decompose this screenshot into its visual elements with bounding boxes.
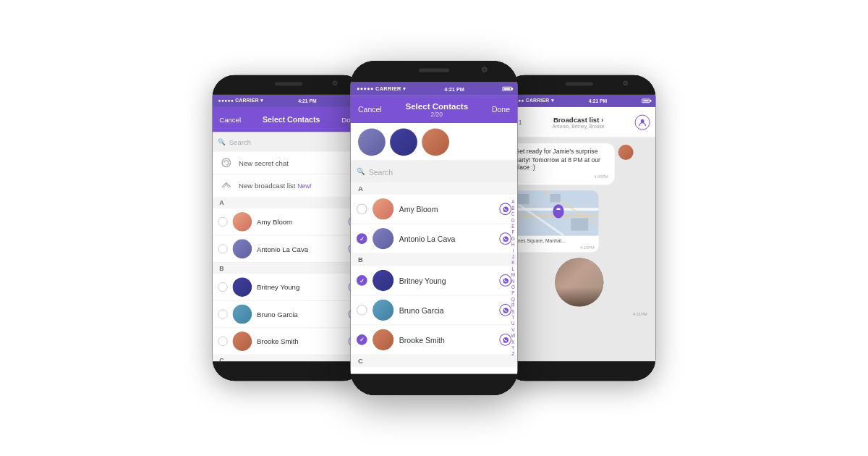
avatar-amy-middle <box>373 198 393 219</box>
nav-title-text-left: Select Contacts <box>263 115 320 124</box>
search-icon-left: 🔍 <box>218 138 226 145</box>
checkbox-bruno-left[interactable] <box>218 309 227 318</box>
section-c-middle: C <box>351 355 518 367</box>
viber-amy-middle <box>499 203 511 215</box>
selected-avatar-brooke <box>422 128 449 156</box>
checkbox-amy-left[interactable] <box>218 217 227 227</box>
name-britney-left: Britney Young <box>257 283 344 291</box>
chat-bubble-text: Get ready for Jamie's surprise party! To… <box>509 143 615 185</box>
contact-brooke-middle[interactable]: Brooke Smith <box>351 325 518 355</box>
section-b-left: B <box>213 263 365 274</box>
contact-bruno-left[interactable]: Bruno Garcia <box>213 301 365 328</box>
phone-screen-left: ●●●●● CARRIER ▾ 4:21 PM Cancel Select Co… <box>213 95 365 362</box>
contact-antonio-middle[interactable]: Antonio La Cava <box>351 224 518 254</box>
checkbox-britney-left[interactable] <box>218 282 227 292</box>
secret-chat-row[interactable]: New secret chat <box>213 151 365 174</box>
section-c-left: C <box>213 355 365 362</box>
broadcast-nav: ‹ ◀ 1 Broadcast list › Antonio, Britney,… <box>503 107 655 138</box>
carrier-left: ●●●●● CARRIER ▾ <box>218 98 263 104</box>
search-icon-middle: 🔍 <box>357 168 365 176</box>
search-bar-middle[interactable]: 🔍 Search <box>351 161 518 182</box>
carrier-middle: ●●●●● CARRIER ▾ <box>357 86 407 92</box>
phone-top-bar-right <box>503 75 655 95</box>
section-a-left: A <box>213 198 365 208</box>
cancel-button-middle[interactable]: Cancel <box>358 105 382 114</box>
speaker-middle <box>419 69 449 72</box>
avatar-bruno-left <box>232 305 252 324</box>
profile-icon-button[interactable] <box>635 114 650 130</box>
speaker-left <box>275 82 302 85</box>
search-bar-left[interactable]: 🔍 Search <box>213 132 365 152</box>
phone-left: ●●●●● CARRIER ▾ 4:21 PM Cancel Select Co… <box>213 75 365 381</box>
phone-top-bar-left <box>213 75 365 95</box>
nav-bar-middle: Cancel Select Contacts 2/20 Done <box>351 96 518 123</box>
sender-avatar-chat <box>618 145 634 160</box>
checkbox-brooke-left[interactable] <box>218 337 227 346</box>
secret-chat-icon <box>219 156 233 169</box>
name-brooke-left: Brooke Smith <box>257 337 344 345</box>
contact-bruno-middle[interactable]: Bruno Garcia <box>351 295 518 325</box>
avatar-britney-left <box>232 277 252 297</box>
name-amy-left: Amy Bloom <box>257 218 344 226</box>
name-bruno-left: Bruno Garcia <box>257 311 344 318</box>
broadcast-title-area: Broadcast list › Antonio, Britney, Brook… <box>553 116 605 128</box>
checkbox-brooke-middle[interactable] <box>357 334 367 345</box>
video-time: 4:21PM <box>509 312 650 316</box>
checkbox-antonio-left[interactable] <box>218 244 227 253</box>
avatar-bruno-middle <box>373 300 393 321</box>
map-image <box>509 190 599 235</box>
done-button-middle[interactable]: Done <box>492 105 510 114</box>
broadcast-icon <box>219 179 233 193</box>
contact-brooke-left[interactable]: Brooke Smith <box>213 328 365 355</box>
map-location-text: Times Square, Manhat... <box>513 238 566 243</box>
section-a-middle: A <box>351 182 518 195</box>
chat-message-text: Get ready for Jamie's surprise party! To… <box>515 148 600 172</box>
svg-point-1 <box>641 119 644 122</box>
selected-strip <box>351 123 518 161</box>
svg-rect-9 <box>550 194 560 203</box>
phone-middle: ●●●●● CARRIER ▾ 4:21 PM Cancel Select Co… <box>351 61 518 395</box>
viber-bruno-middle <box>499 304 511 316</box>
phone-bottom-right <box>503 361 655 381</box>
nav-title-left: Select Contacts <box>263 115 320 124</box>
text-bubble-wrapper: Get ready for Jamie's surprise party! To… <box>509 143 650 185</box>
time-left: 4:21 PM <box>298 98 316 104</box>
avatar-brooke-left <box>232 332 252 351</box>
camera-right <box>623 80 628 85</box>
camera-middle <box>482 67 487 72</box>
status-bar-right: ●●●●● CARRIER ▾ 4:21 PM <box>503 95 655 107</box>
phones-container: ●●●●● CARRIER ▾ 4:21 PM Cancel Select Co… <box>195 69 673 387</box>
cancel-button-left[interactable]: Cancel <box>219 116 241 124</box>
checkbox-bruno-middle[interactable] <box>357 305 367 316</box>
broadcast-label: New broadcast list New! <box>239 182 312 190</box>
contact-list-left: A Amy Bloom Antonio La Cava <box>213 198 365 362</box>
contact-amy-left[interactable]: Amy Bloom <box>213 208 365 235</box>
map-bubble[interactable]: Times Square, Manhat... 4:15PM <box>509 190 599 252</box>
contact-britney-left[interactable]: Britney Young <box>213 274 365 300</box>
video-bubble[interactable] <box>555 258 603 306</box>
checkbox-britney-middle[interactable] <box>357 275 367 286</box>
battery-icon-right <box>642 98 650 103</box>
chat-area: Get ready for Jamie's surprise party! To… <box>503 138 655 361</box>
viber-antonio-middle <box>499 232 511 245</box>
phone-bottom-middle <box>351 374 518 395</box>
contact-amy-middle[interactable]: Amy Bloom <box>351 195 518 224</box>
camera-left <box>333 80 338 85</box>
contact-antonio-left[interactable]: Antonio La Cava <box>213 236 365 263</box>
avatar-antonio-left <box>232 239 252 258</box>
broadcast-subtitle: Antonio, Britney, Brooke <box>553 124 605 129</box>
contact-britney-middle[interactable]: Britney Young <box>351 266 518 296</box>
nav-title-text-middle: Select Contacts <box>405 101 468 111</box>
map-bubble-wrapper: Times Square, Manhat... 4:15PM <box>509 190 650 252</box>
checkbox-amy-middle[interactable] <box>357 203 367 214</box>
name-amy-middle: Amy Bloom <box>399 205 494 214</box>
broadcast-row[interactable]: New broadcast list New! <box>213 174 365 198</box>
time-right: 4:21 PM <box>589 98 607 104</box>
name-antonio-left: Antonio La Cava <box>257 245 344 253</box>
avatar-brooke-middle <box>373 329 393 350</box>
speaker-right <box>566 82 593 85</box>
battery-icon-middle <box>502 87 511 91</box>
name-bruno-middle: Bruno Garcia <box>399 306 494 315</box>
avatar-britney-middle <box>373 270 393 291</box>
checkbox-antonio-middle[interactable] <box>357 233 367 244</box>
